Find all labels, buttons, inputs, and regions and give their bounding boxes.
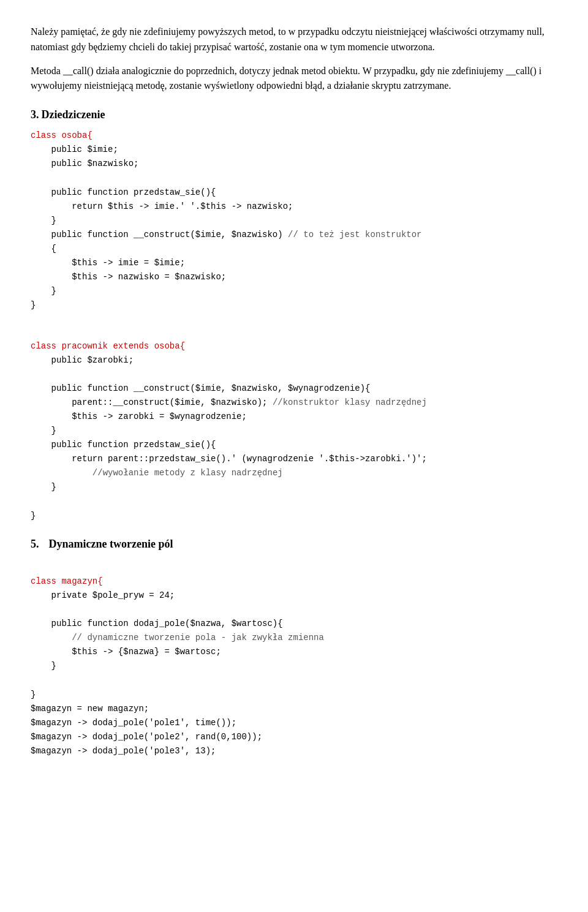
code-line (31, 603, 557, 617)
code-line: public function przedstaw_sie(){ (31, 186, 557, 200)
code-line: } (31, 688, 557, 702)
code-line: } (31, 284, 557, 298)
code-osoba-block: class osoba{ public $imie; public $nazwi… (31, 129, 557, 312)
section-3-title: Dziedziczenie (42, 108, 105, 121)
section-3-heading: 3. Dziedziczenie (31, 108, 557, 121)
code-line: } (31, 480, 557, 494)
code-line: public function __construct($imie, $nazw… (31, 228, 557, 242)
code-line: public function przedstaw_sie(){ (31, 438, 557, 452)
code-line: class pracownik extends osoba{ (31, 339, 557, 353)
code-line: } (31, 659, 557, 673)
code-line: $magazyn = new magazyn; (31, 702, 557, 716)
code-line: parent::__construct($imie, $nazwisko); /… (31, 396, 557, 410)
code-line: } (31, 424, 557, 438)
section-5-number: 5. (31, 538, 39, 550)
code-line (31, 495, 557, 509)
code-line: return parent::przedstaw_sie().' (wynagr… (31, 452, 557, 466)
code-line: public $imie; (31, 143, 557, 157)
code-line: class magazyn{ (31, 575, 557, 589)
section-3-number: 3. (31, 108, 39, 121)
code-line: //wywołanie metody z klasy nadrzędnej (31, 466, 557, 480)
code-magazyn-block: class magazyn{ private $pole_pryw = 24; … (31, 560, 557, 758)
code-line: class osoba{ (31, 129, 557, 143)
code-line: $magazyn -> dodaj_pole('pole3', 13); (31, 744, 557, 758)
code-pracownik-block: class pracownik extends osoba{ public $z… (31, 325, 557, 522)
code-line: $this -> {$nazwa} = $wartosc; (31, 645, 557, 659)
code-line: $magazyn -> dodaj_pole('pole1', time()); (31, 716, 557, 730)
code-line (31, 560, 557, 575)
code-line (31, 325, 557, 339)
code-line (31, 171, 557, 185)
code-line (31, 367, 557, 382)
paragraph-2: Metoda __call() działa analogicznie do p… (31, 64, 557, 94)
code-line: public function dodaj_pole($nazwa, $wart… (31, 617, 557, 631)
code-line: } (31, 298, 557, 312)
code-line: $this -> nazwisko = $nazwisko; (31, 270, 557, 284)
code-line: $this -> zarobki = $wynagrodzenie; (31, 410, 557, 424)
code-line: $magazyn -> dodaj_pole('pole2', rand(0,1… (31, 730, 557, 744)
code-line: $this -> imie = $imie; (31, 256, 557, 270)
code-line: public $zarobki; (31, 353, 557, 367)
code-line: } (31, 509, 557, 523)
code-line: { (31, 242, 557, 256)
code-line: public function __construct($imie, $nazw… (31, 382, 557, 396)
code-line: return $this -> imie.' '.$this -> nazwis… (31, 200, 557, 214)
code-line: // dynamiczne tworzenie pola - jak zwykł… (31, 631, 557, 645)
section-5-title: Dynamiczne tworzenie pól (49, 538, 173, 550)
code-line: } (31, 214, 557, 228)
code-line: public $nazwisko; (31, 157, 557, 171)
section-5-heading: 5. Dynamiczne tworzenie pól (31, 538, 557, 551)
code-line (31, 673, 557, 687)
paragraph-1: Należy pamiętać, że gdy nie zdefiniujemy… (31, 24, 557, 55)
code-line: private $pole_pryw = 24; (31, 589, 557, 603)
